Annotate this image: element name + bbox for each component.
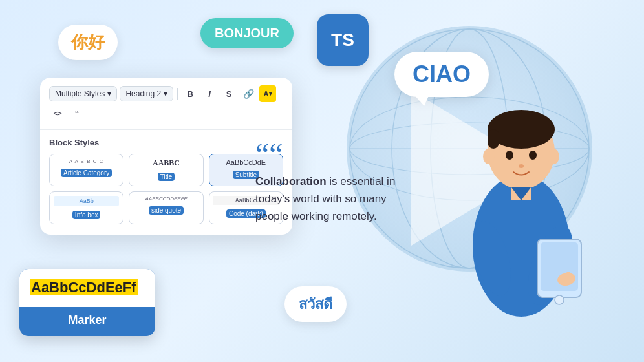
bold-button[interactable]: B [182,85,199,102]
style-item-label: side quote [149,206,184,215]
editor-panel: Multiple Styles ▾ Heading 2 ▾ B I S 🔗 A … [40,78,292,235]
bubble-bonjour: BONJOUR [200,18,294,48]
chevron-down-icon: ▾ [269,90,272,97]
ts-text: TS [331,30,354,50]
quote-text: Collaboration is essential in today's wo… [255,173,411,226]
svg-point-21 [555,295,564,304]
bonjour-text: BONJOUR [215,26,279,40]
style-preview: AABBCCDDEEFF [133,196,199,202]
quote-bold: Collaboration [255,175,327,187]
highlight-icon: A [264,90,269,98]
svg-point-12 [506,151,513,160]
style-item-label: Info box [72,211,101,219]
inline-code-button[interactable]: <> [49,105,66,122]
svg-point-11 [548,149,559,164]
style-select[interactable]: Multiple Styles ▾ [49,86,117,101]
bubble-nihao: 你好 [58,25,118,60]
strikethrough-button[interactable]: S [220,85,237,102]
bubble-ts: TS [317,14,369,66]
style-item-article-category[interactable]: A A B B C C Article Category [49,154,123,186]
person-illustration [437,58,605,330]
marker-label: Marker [19,314,155,327]
bubble-sawadee: สวัสดี [284,286,347,322]
style-item-side-quote[interactable]: AABBCCDDEEFF side quote [129,191,203,224]
marker-preview: AaBbCcDdEeFf [19,269,155,307]
highlight-button[interactable]: A ▾ [259,85,276,102]
heading-select-label: Heading 2 [125,89,161,98]
chevron-down-icon: ▾ [164,89,167,98]
link-button[interactable]: 🔗 [240,85,257,102]
style-preview: A A B B C C [54,158,119,164]
blockquote-button[interactable]: “ [69,105,85,122]
marker-preview-text: AaBbCcDdEeFf [30,279,138,295]
quote-section: ““ Collaboration is essential in today's… [255,139,411,226]
style-select-label: Multiple Styles [55,89,105,98]
svg-point-14 [519,164,524,168]
svg-point-13 [529,151,537,160]
style-item-label: Article Category [61,169,112,177]
quote-mark: ““ [255,139,411,170]
style-grid: A A B B C C Article Category AABBC Title… [49,154,283,224]
style-item-infobox[interactable]: AaBb Info box [49,191,123,224]
toolbar-divider-1 [177,88,178,100]
style-preview: AABBC [133,158,199,168]
svg-point-10 [483,149,495,164]
chevron-down-icon: ▾ [107,89,111,98]
sawadee-text: สวัสดี [299,296,332,312]
nihao-text: 你好 [71,32,105,52]
block-styles-title: Block Styles [49,138,283,147]
style-preview: AaBb [54,196,119,206]
editor-toolbar: Multiple Styles ▾ Heading 2 ▾ B I S 🔗 A … [40,78,292,130]
svg-rect-9 [488,129,499,149]
marker-card[interactable]: AaBbCcDdEeFf Marker [19,269,155,336]
heading-select[interactable]: Heading 2 ▾ [120,86,173,101]
italic-button[interactable]: I [201,85,218,102]
style-item-title[interactable]: AABBC Title [129,154,203,186]
style-item-label: Title [158,173,175,181]
block-styles-panel: Block Styles A A B B C C Article Categor… [40,130,292,235]
